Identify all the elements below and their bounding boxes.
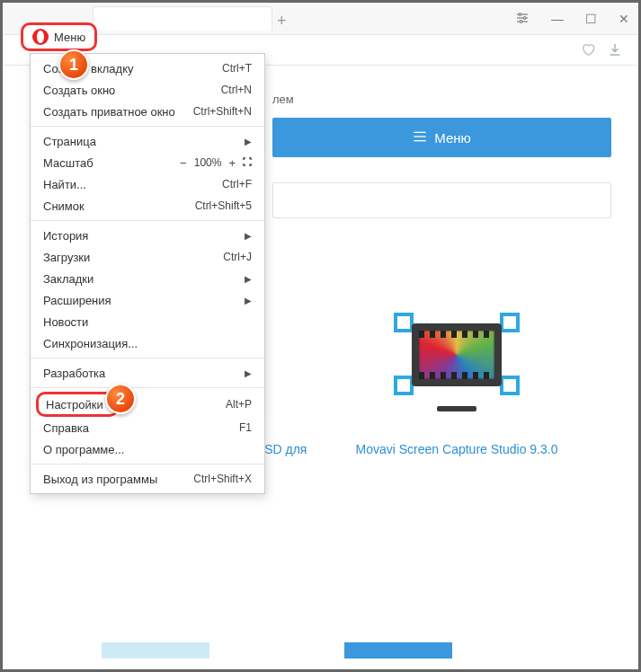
site-menu-label: Меню	[434, 130, 471, 146]
menu-separator	[31, 220, 264, 221]
minimize-button[interactable]: —	[551, 12, 564, 26]
main-menu-dropdown: Создать вкладкуCtrl+T Создать окноCtrl+N…	[30, 53, 265, 494]
site-search-box[interactable]	[272, 182, 611, 218]
menu-item-page[interactable]: Страница▶	[31, 130, 264, 152]
svg-point-5	[520, 20, 522, 22]
easy-setup-icon[interactable]	[515, 11, 530, 28]
site-menu-button[interactable]: Меню	[272, 118, 611, 157]
card-movavi[interactable]: Movavi Screen Capture Studio 9.3.0	[353, 290, 560, 476]
menu-separator	[31, 464, 264, 464]
partial-thumbnail	[102, 642, 209, 659]
fullscreen-icon[interactable]	[243, 156, 252, 169]
submenu-arrow-icon: ▶	[245, 296, 252, 305]
callout-badge-2: 2	[105, 384, 136, 414]
menu-separator	[31, 387, 264, 388]
zoom-value: 100%	[194, 156, 222, 169]
submenu-arrow-icon: ▶	[245, 231, 252, 241]
menu-item-exit[interactable]: Выход из программыCtrl+Shift+X	[31, 468, 264, 490]
browser-tab[interactable]	[93, 6, 272, 31]
menu-item-find[interactable]: Найти...Ctrl+F	[31, 173, 264, 195]
menu-item-developer[interactable]: Разработка▶	[31, 362, 264, 384]
bookmark-heart-icon[interactable]	[581, 42, 595, 60]
close-button[interactable]: ✕	[619, 12, 629, 26]
menu-separator	[31, 126, 264, 127]
settings-shortcut: Alt+P	[226, 398, 252, 411]
menu-item-new-private[interactable]: Создать приватное окноCtrl+Shift+N	[31, 101, 264, 122]
window-controls: — ☐ ✕	[515, 3, 629, 35]
page-text-fragment: лем	[272, 93, 294, 106]
menu-item-history[interactable]: История▶	[31, 225, 264, 246]
zoom-in-button[interactable]: +	[228, 156, 236, 170]
card-caption: Movavi Screen Capture Studio 9.3.0	[353, 441, 560, 459]
menu-item-extensions[interactable]: Расширения▶	[31, 289, 264, 311]
new-tab-button[interactable]: +	[277, 12, 287, 31]
maximize-button[interactable]: ☐	[585, 12, 597, 26]
opera-logo-icon	[32, 29, 49, 45]
menu-item-downloads[interactable]: ЗагрузкиCtrl+J	[31, 246, 264, 268]
movavi-thumbnail	[353, 290, 560, 434]
submenu-arrow-icon: ▶	[245, 274, 252, 284]
partial-thumbnail	[344, 642, 452, 659]
menu-item-news[interactable]: Новости	[31, 311, 264, 332]
svg-point-4	[523, 16, 526, 19]
tab-bar: + — ☐ ✕	[3, 3, 638, 35]
menu-item-zoom: Масштаб − 100% +	[31, 152, 264, 173]
menu-item-snapshot[interactable]: СнимокCtrl+Shift+5	[31, 195, 264, 217]
menu-button-label: Меню	[54, 31, 85, 44]
partial-cards-bottom	[102, 642, 452, 659]
submenu-arrow-icon: ▶	[245, 137, 252, 146]
browser-window: + — ☐ ✕ Меню 1 Создать вкладкуCtrl+T Соз…	[0, 0, 641, 672]
menu-item-bookmarks[interactable]: Закладки▶	[31, 268, 264, 289]
opera-menu-button[interactable]: Меню	[21, 22, 97, 51]
hamburger-icon	[413, 130, 427, 146]
menu-separator	[31, 358, 264, 358]
menu-item-help[interactable]: СправкаF1	[31, 417, 264, 438]
callout-badge-1: 1	[58, 49, 89, 80]
menu-item-about[interactable]: О программе...	[31, 438, 264, 460]
menu-item-new-window[interactable]: Создать окноCtrl+N	[31, 79, 264, 101]
downloads-icon[interactable]	[608, 42, 622, 60]
menu-item-sync[interactable]: Синхронизация...	[31, 332, 264, 354]
submenu-arrow-icon: ▶	[245, 368, 252, 378]
zoom-out-button[interactable]: −	[180, 156, 187, 170]
svg-point-3	[519, 13, 521, 15]
